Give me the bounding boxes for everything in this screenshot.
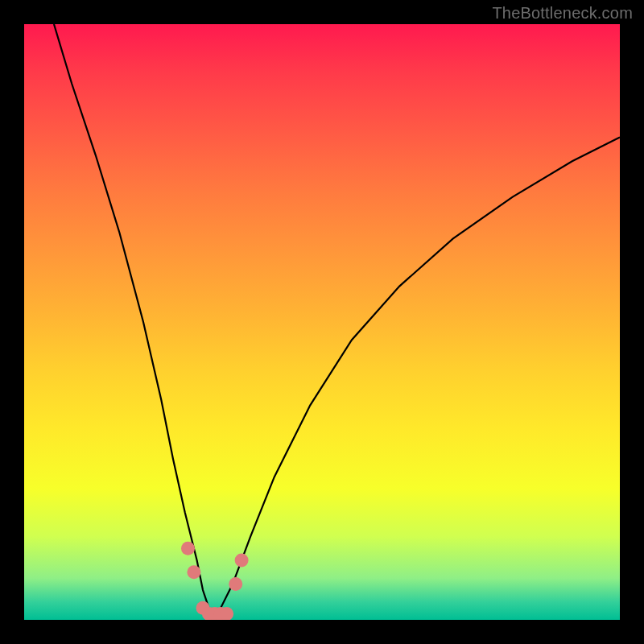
watermark-text: TheBottleneck.com [492,4,633,23]
chart-frame: TheBottleneck.com [0,0,644,644]
curve-svg [24,24,620,620]
curve-marker [235,554,249,568]
curve-markers [181,542,249,620]
gradient-plot-area [24,24,620,620]
curve-marker [187,565,200,579]
curve-marker [229,577,242,591]
curve-marker [181,542,195,555]
bottleneck-curve [54,24,620,614]
